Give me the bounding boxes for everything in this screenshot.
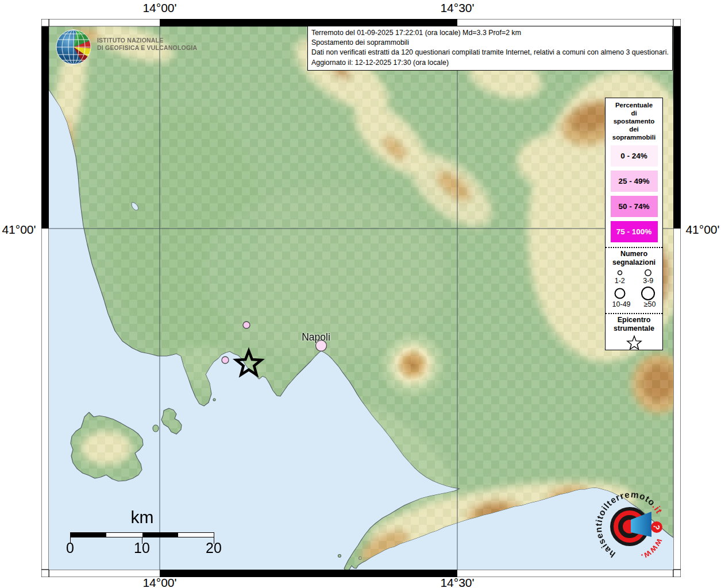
event-updated: Aggiornato il: 12-12-2025 17:30 (ora loc… bbox=[311, 58, 669, 68]
circle-3-9-icon bbox=[642, 268, 654, 277]
event-effect: Spostamento dei soprammobili bbox=[311, 38, 669, 48]
legend-separator bbox=[606, 313, 662, 314]
scalebar-unit: km bbox=[124, 508, 161, 527]
map-page: haisentitoilterremoto.it www. ? 14°00' 1… bbox=[0, 0, 721, 588]
report-marker bbox=[243, 322, 250, 328]
legend-title: Percentuale di spostamento dei soprammob… bbox=[606, 98, 662, 141]
signal-size-label: 3-9 bbox=[643, 277, 653, 285]
legend-separator bbox=[606, 247, 662, 248]
legend-class-0-24: 0 - 24% bbox=[611, 145, 658, 167]
ingv-line1: ISTITUTO NAZIONALE bbox=[97, 37, 197, 44]
axis-label-top-east: 14°30' bbox=[431, 1, 483, 15]
axis-label-bottom-west: 14°00' bbox=[134, 576, 186, 588]
scalebar-label-0: 0 bbox=[57, 540, 83, 556]
scalebar-label-10: 10 bbox=[129, 540, 155, 556]
legend-epicenter-title: Epicentro strumentale bbox=[606, 316, 662, 333]
ingv-line2: DI GEOFISICA E VULCANOLOGIA bbox=[97, 44, 197, 52]
axis-label-top-west: 14°00' bbox=[134, 1, 186, 15]
legend-signal-circles-small bbox=[606, 268, 662, 277]
event-info-box: Terremoto del 01-09-2025 17:22:01 (ora l… bbox=[307, 26, 673, 71]
scalebar bbox=[70, 532, 214, 537]
report-marker bbox=[222, 357, 229, 363]
legend-signals-title: Numero segnalazioni bbox=[606, 250, 662, 267]
legend-class-50-74: 50 - 74% bbox=[611, 196, 658, 217]
legend-signal-circles-large bbox=[606, 286, 662, 301]
city-label-napoli: Napoli bbox=[290, 331, 342, 343]
ingv-logo-icon bbox=[55, 29, 92, 65]
legend: Percentuale di spostamento dei soprammob… bbox=[605, 98, 663, 350]
epicenter-star-icon bbox=[625, 335, 643, 352]
circle-10-49-icon bbox=[612, 286, 628, 301]
signal-size-label: 1-2 bbox=[615, 277, 625, 285]
legend-class-25-49: 25 - 49% bbox=[611, 171, 658, 192]
signal-size-label: 10-49 bbox=[612, 301, 631, 308]
signal-size-label: ≥50 bbox=[644, 301, 656, 308]
legend-class-75-100: 75 - 100% bbox=[611, 221, 658, 242]
axis-label-right: 41°00' bbox=[684, 223, 721, 237]
axis-label-left: 41°00' bbox=[0, 223, 38, 237]
event-disclaimer: Dati non verificati estratti da 120 ques… bbox=[311, 48, 669, 57]
circle-1-2-icon bbox=[614, 268, 626, 277]
ingv-logo-text: ISTITUTO NAZIONALE DI GEOFISICA E VULCAN… bbox=[97, 37, 197, 52]
circle-50plus-icon bbox=[640, 286, 656, 301]
scalebar-label-20: 20 bbox=[201, 540, 226, 556]
map-canvas: haisentitoilterremoto.it www. ? bbox=[41, 19, 681, 577]
axis-label-bottom-east: 14°30' bbox=[431, 576, 483, 588]
event-title: Terremoto del 01-09-2025 17:22:01 (ora l… bbox=[311, 28, 669, 38]
